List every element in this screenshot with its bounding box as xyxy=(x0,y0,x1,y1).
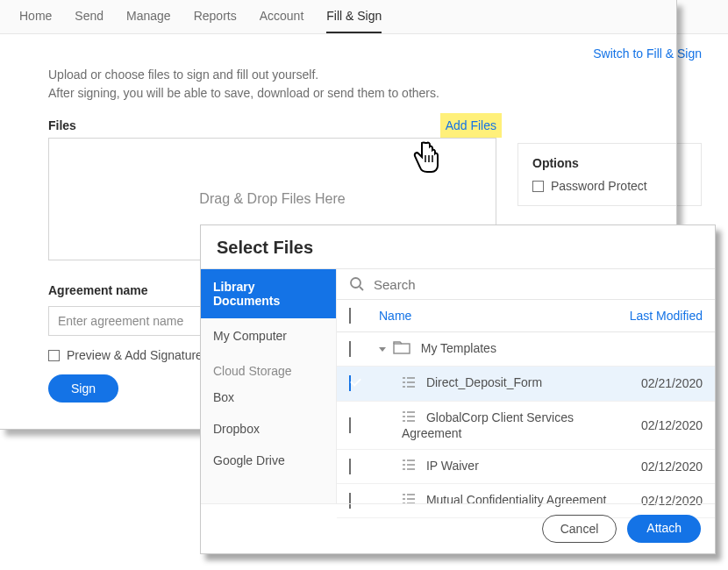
row-checkbox[interactable] xyxy=(349,459,351,474)
sign-button[interactable]: Sign xyxy=(48,374,118,403)
svg-rect-5 xyxy=(394,344,410,353)
table-row[interactable]: Direct_Deposit_Form 02/21/2020 xyxy=(337,367,715,401)
search-input[interactable] xyxy=(374,277,703,292)
file-date: 02/12/2020 xyxy=(615,460,703,474)
sidebar-item-dropbox[interactable]: Dropbox xyxy=(201,413,336,445)
password-protect-checkbox[interactable] xyxy=(532,181,544,192)
preview-checkbox[interactable] xyxy=(48,350,60,361)
folder-icon xyxy=(393,341,410,357)
attach-button[interactable]: Attach xyxy=(627,515,701,543)
sidebar-item-library-documents[interactable]: Library Documents xyxy=(201,269,336,318)
nav-tab-manage[interactable]: Manage xyxy=(126,9,171,33)
options-heading: Options xyxy=(532,156,687,170)
dialog-footer: Cancel Attach xyxy=(201,503,715,553)
dialog-sidebar: Library Documents My Computer Cloud Stor… xyxy=(201,269,337,503)
select-all-checkbox[interactable] xyxy=(349,308,351,324)
chevron-down-icon[interactable] xyxy=(379,347,386,352)
intro-line-1: Upload or choose files to sign and fill … xyxy=(48,66,702,84)
file-name: Direct_Deposit_Form xyxy=(426,375,542,389)
folder-name: My Templates xyxy=(421,341,496,355)
document-icon xyxy=(402,459,416,474)
column-name[interactable]: Name xyxy=(372,309,615,323)
files-heading: Files xyxy=(48,118,76,132)
file-name: IP Waiver xyxy=(426,459,479,473)
nav-tab-account[interactable]: Account xyxy=(260,9,304,33)
nav-tab-send[interactable]: Send xyxy=(75,9,103,33)
top-nav: Home Send Manage Reports Account Fill & … xyxy=(0,0,728,34)
document-icon xyxy=(402,376,416,392)
row-checkbox[interactable] xyxy=(349,417,351,433)
agreement-name-placeholder: Enter agreement name xyxy=(58,314,183,328)
table-header: Name Last Modified xyxy=(337,300,715,332)
table-row[interactable]: GlobalCorp Client Services Agreement 02/… xyxy=(337,402,715,450)
cancel-button[interactable]: Cancel xyxy=(542,515,617,543)
intro-text: Upload or choose files to sign and fill … xyxy=(0,61,728,118)
row-checkbox[interactable] xyxy=(349,375,351,391)
select-files-dialog: Select Files Library Documents My Comput… xyxy=(200,224,716,554)
add-files-link[interactable]: Add Files xyxy=(446,118,496,132)
dropzone-hint: Drag & Drop Files Here xyxy=(199,191,345,207)
nav-tab-fill-sign[interactable]: Fill & Sign xyxy=(326,9,382,33)
sidebar-item-google-drive[interactable]: Google Drive xyxy=(201,445,336,476)
column-last-modified[interactable]: Last Modified xyxy=(615,309,703,323)
search-bar xyxy=(337,269,715,300)
options-panel: Options Password Protect xyxy=(517,143,702,206)
file-date: 02/12/2020 xyxy=(615,418,703,432)
password-protect-label: Password Protect xyxy=(551,179,647,193)
sidebar-section-cloud-storage: Cloud Storage xyxy=(201,353,336,381)
nav-tab-reports[interactable]: Reports xyxy=(194,9,237,33)
folder-checkbox[interactable] xyxy=(349,341,351,357)
intro-line-2: After signing, you will be able to save,… xyxy=(48,84,702,103)
switch-fill-sign-link[interactable]: Switch to Fill & Sign xyxy=(593,46,702,61)
dialog-title: Select Files xyxy=(201,225,715,269)
nav-tab-home[interactable]: Home xyxy=(19,9,52,33)
svg-line-4 xyxy=(360,287,363,290)
table-row[interactable]: IP Waiver 02/12/2020 xyxy=(337,450,715,484)
svg-point-3 xyxy=(351,278,360,288)
file-date: 02/21/2020 xyxy=(615,376,703,390)
folder-row[interactable]: My Templates xyxy=(337,332,715,367)
file-name: GlobalCorp Client Services Agreement xyxy=(402,410,574,440)
search-icon xyxy=(349,276,365,292)
sidebar-item-box[interactable]: Box xyxy=(201,381,336,413)
document-icon xyxy=(402,410,416,426)
sidebar-item-my-computer[interactable]: My Computer xyxy=(201,318,336,353)
